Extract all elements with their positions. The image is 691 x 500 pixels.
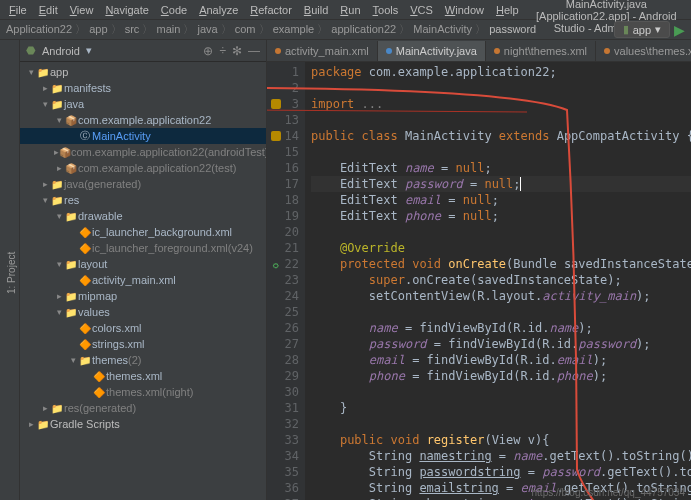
editor-tab[interactable]: activity_main.xml	[267, 41, 378, 61]
menu-help[interactable]: Help	[491, 2, 524, 18]
tree-item[interactable]: ▾📦com.example.application22	[20, 112, 266, 128]
tree-item[interactable]: ▾📁values	[20, 304, 266, 320]
editor: activity_main.xmlMainActivity.javanight\…	[267, 40, 691, 500]
tree-item[interactable]: 🔶ic_launcher_foreground.xml (v24)	[20, 240, 266, 256]
gear-icon[interactable]: ✻	[232, 44, 242, 58]
run-config-selector[interactable]: ▮ app ▾	[614, 21, 670, 38]
menu-refactor[interactable]: Refactor	[245, 2, 297, 18]
line-gutter: 12313141516171819202122⭘2324252627282930…	[267, 62, 305, 500]
menu-window[interactable]: Window	[440, 2, 489, 18]
project-view-label: Android	[42, 45, 80, 57]
breadcrumb-item[interactable]: MainActivity	[413, 23, 472, 35]
breadcrumb-item[interactable]: Application22	[6, 23, 72, 35]
menu-build[interactable]: Build	[299, 2, 333, 18]
project-panel-header[interactable]: ⬣ Android ▾ ⊕ ÷ ✻ —	[20, 40, 266, 62]
project-panel: ⬣ Android ▾ ⊕ ÷ ✻ — ▾📁app▸📁manifests▾📁ja…	[20, 40, 267, 500]
android-icon: ⬣	[26, 44, 36, 57]
tree-item[interactable]: ▾📁themes (2)	[20, 352, 266, 368]
breadcrumb-item[interactable]: example	[273, 23, 315, 35]
breadcrumb-item[interactable]: application22	[331, 23, 396, 35]
tree-item[interactable]: ⒸMainActivity	[20, 128, 266, 144]
tree-item[interactable]: 🔶themes.xml (night)	[20, 384, 266, 400]
menu-file[interactable]: File	[4, 2, 32, 18]
watermark: https://blog.csdn.net/qq_44757034	[532, 487, 685, 498]
breadcrumb-item[interactable]: password	[489, 23, 536, 35]
tool-structure[interactable]: 7: Structure	[0, 46, 4, 500]
collapse-icon[interactable]: —	[248, 44, 260, 58]
tree-item[interactable]: ▸📁java (generated)	[20, 176, 266, 192]
editor-tabs: activity_main.xmlMainActivity.javanight\…	[267, 40, 691, 62]
breadcrumb-item[interactable]: java	[197, 23, 217, 35]
tree-item[interactable]: 🔶colors.xml	[20, 320, 266, 336]
tree-item[interactable]: ▸📁Gradle Scripts	[20, 416, 266, 432]
tree-item[interactable]: 🔶strings.xml	[20, 336, 266, 352]
breadcrumb-item[interactable]: src	[125, 23, 140, 35]
menu-bar: FileEditViewNavigateCodeAnalyzeRefactorB…	[0, 0, 691, 20]
project-tree[interactable]: ▾📁app▸📁manifests▾📁java▾📦com.example.appl…	[20, 62, 266, 500]
menu-analyze[interactable]: Analyze	[194, 2, 243, 18]
breadcrumb-item[interactable]: app	[89, 23, 107, 35]
menu-run[interactable]: Run	[335, 2, 365, 18]
breadcrumb-item[interactable]: com	[235, 23, 256, 35]
tree-item[interactable]: ▸📦com.example.application22 (test)	[20, 160, 266, 176]
tree-item[interactable]: ▸📁res (generated)	[20, 400, 266, 416]
divide-icon[interactable]: ÷	[219, 44, 226, 58]
target-icon[interactable]: ⊕	[203, 44, 213, 58]
menu-view[interactable]: View	[65, 2, 99, 18]
breadcrumb-item[interactable]: main	[156, 23, 180, 35]
tool-project[interactable]: 1: Project	[4, 46, 19, 500]
run-config-label: app	[633, 24, 651, 36]
menu-code[interactable]: Code	[156, 2, 192, 18]
editor-tab[interactable]: values\themes.xml	[596, 41, 691, 61]
chevron-down-icon: ▾	[655, 23, 661, 36]
tree-item[interactable]: ▾📁res	[20, 192, 266, 208]
tree-item[interactable]: ▸📁manifests	[20, 80, 266, 96]
android-icon: ▮	[623, 23, 629, 36]
tree-item[interactable]: ▾📁java	[20, 96, 266, 112]
tree-item[interactable]: ▸📦com.example.application22 (androidTest…	[20, 144, 266, 160]
run-button[interactable]: ▶	[674, 22, 685, 38]
tree-item[interactable]: ▸📁mipmap	[20, 288, 266, 304]
code-area[interactable]: 12313141516171819202122⭘2324252627282930…	[267, 62, 691, 500]
menu-vcs[interactable]: VCS	[405, 2, 438, 18]
menu-navigate[interactable]: Navigate	[100, 2, 153, 18]
editor-tab[interactable]: MainActivity.java	[378, 41, 486, 61]
chevron-down-icon[interactable]: ▾	[86, 44, 92, 57]
menu-tools[interactable]: Tools	[368, 2, 404, 18]
menu-edit[interactable]: Edit	[34, 2, 63, 18]
tree-item[interactable]: ▾📁drawable	[20, 208, 266, 224]
tree-item[interactable]: 🔶themes.xml	[20, 368, 266, 384]
tree-item[interactable]: 🔶ic_launcher_background.xml	[20, 224, 266, 240]
tree-item[interactable]: 🔶activity_main.xml	[20, 272, 266, 288]
editor-tab[interactable]: night\themes.xml	[486, 41, 596, 61]
tree-item[interactable]: ▾📁app	[20, 64, 266, 80]
code-content[interactable]: package com.example.application22; impor…	[305, 62, 691, 500]
tree-item[interactable]: ▾📁layout	[20, 256, 266, 272]
left-tool-strip: 1: Project7: Structure2: FavoritesBuild …	[0, 40, 20, 500]
